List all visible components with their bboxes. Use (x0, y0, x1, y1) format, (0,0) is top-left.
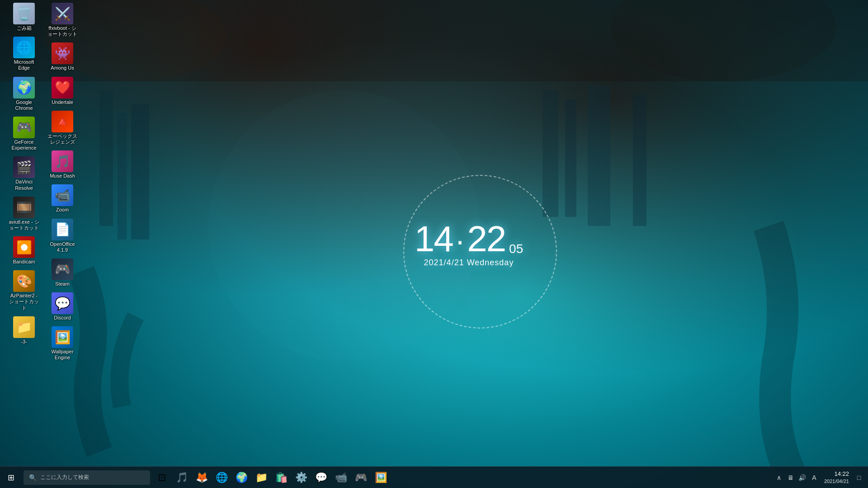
taskbar-clock[interactable]: 14:22 2021/04/21 (821, 467, 853, 488)
taskbar-settings-icon[interactable]: ⚙️ (291, 467, 311, 488)
taskbar-date-display: 2021/04/21 (824, 478, 849, 484)
ffxivboot-icon-label: ffxivboot - ショートカット (46, 25, 79, 37)
taskbar-pinned-apps: 🎵 🦊 🌐 🌍 📁 🛍️ ⚙️ 💬 📹 🎮 🖼️ (172, 467, 391, 488)
task-view-button[interactable]: ⊡ (152, 467, 172, 488)
svg-rect-5 (131, 104, 149, 239)
openoffice-icon-label: OpenOffice 4.1.9 (46, 241, 79, 253)
taskbar-photos-icon[interactable]: 🖼️ (371, 467, 391, 488)
desktop-icon-davinci-resolve[interactable]: 🎬DaVinci Resolve (6, 155, 42, 192)
bandicam-icon-label: Bandicam (13, 259, 35, 265)
desktop-icon-among-us[interactable]: 👾Among Us (44, 41, 80, 73)
clock-seconds: 05 (509, 242, 523, 256)
clock-hour: 14 (415, 218, 453, 260)
notification-button[interactable]: □ (854, 467, 864, 488)
taskbar-geforce-icon[interactable]: 🎮 (351, 467, 371, 488)
microsoft-edge-icon-image: 🌐 (13, 37, 35, 58)
wallpaper-engine-icon-label: Wallpaper Engine (46, 349, 79, 361)
desktop-icon-bandicam[interactable]: ⏺️Bandicam (6, 235, 42, 267)
google-chrome-icon-image: 🌍 (13, 77, 35, 99)
desktop-icon-azpainter2[interactable]: 🎨AzPainter2 - ショートカット (6, 268, 42, 313)
desktop-icons-column-2: ⚔️ffxivboot - ショートカット👾Among Us❤️Undertal… (41, 0, 84, 364)
ffxivboot-icon-image: ⚔️ (52, 3, 73, 24)
muse-dash-icon-label: Muse Dash (50, 173, 75, 179)
tray-chevron[interactable]: ∧ (774, 472, 784, 483)
aviutl-icon-label: aviutl.exe - ショートカット (8, 219, 40, 231)
search-placeholder-text: ここに入力して検索 (40, 474, 89, 481)
recycle-bin-icon-image: 🗑️ (13, 3, 35, 24)
google-chrome-icon-label: Google Chrome (8, 99, 40, 111)
undertale-icon-label: Undertale (52, 99, 73, 105)
windows-logo-icon: ⊞ (8, 473, 14, 483)
taskbar-search-box[interactable]: 🔍 ここに入力して検索 (24, 470, 150, 485)
azpainter2-icon-label: AzPainter2 - ショートカット (8, 293, 40, 311)
taskbar-firefox-icon[interactable]: 🦊 (192, 467, 212, 488)
azpainter2-icon-image: 🎨 (13, 270, 35, 292)
desktop-icon-google-chrome[interactable]: 🌍Google Chrome (6, 75, 42, 113)
geforce-experience-icon-image: 🎮 (13, 117, 35, 138)
svg-rect-8 (588, 86, 610, 226)
desktop-icon-microsoft-edge[interactable]: 🌐Microsoft Edge (6, 35, 42, 73)
desktop-icon-geforce-experience[interactable]: 🎮GeForce Experience (6, 115, 42, 153)
apex-legends-icon-image: 🔺 (52, 111, 73, 132)
desktop-icon-ffxivboot[interactable]: ⚔️ffxivboot - ショートカット (44, 1, 80, 39)
clock-minute: 22 (467, 218, 505, 260)
desktop-icon-wallpaper-engine[interactable]: 🖼️Wallpaper Engine (44, 324, 80, 362)
desktop-icon-apex-legends[interactable]: 🔺エーペックスレジェンズ (44, 109, 80, 147)
start-button[interactable]: ⊞ (0, 467, 22, 488)
folder-icon-image: 📁 (13, 316, 35, 338)
taskbar: ⊞ 🔍 ここに入力して検索 ⊡ 🎵 🦊 🌐 🌍 📁 🛍️ ⚙️ 💬 📹 🎮 🖼️… (0, 466, 868, 488)
apex-legends-icon-label: エーペックスレジェンズ (46, 133, 79, 145)
svg-rect-6 (542, 90, 558, 217)
clock-widget: 14 · 22 05 2021/4/21 Wednesday (415, 218, 524, 267)
taskbar-discord-icon[interactable]: 💬 (311, 467, 331, 488)
among-us-icon-image: 👾 (52, 42, 73, 64)
taskbar-music-icon[interactable]: 🎵 (172, 467, 192, 488)
taskbar-chrome-icon[interactable]: 🌍 (231, 467, 251, 488)
desktop-icon-steam[interactable]: 🎮Steam (44, 257, 80, 289)
taskbar-time-display: 14:22 (834, 470, 849, 478)
recycle-bin-icon-label: ごみ箱 (17, 25, 32, 31)
clock-separator: · (456, 222, 464, 258)
wallpaper-engine-icon-image: 🖼️ (52, 326, 73, 348)
tray-volume[interactable]: 🔊 (797, 472, 808, 483)
geforce-experience-icon-label: GeForce Experience (8, 139, 40, 151)
desktop-icon-zoom[interactable]: 📹Zoom (44, 183, 80, 215)
muse-dash-icon-image: 🎵 (52, 150, 73, 172)
bandicam-icon-image: ⏺️ (13, 236, 35, 258)
desktop-icon-undertale[interactable]: ❤️Undertale (44, 75, 80, 107)
tray-keyboard[interactable]: A (809, 472, 820, 483)
davinci-resolve-icon-image: 🎬 (13, 156, 35, 178)
zoom-icon-image: 📹 (52, 184, 73, 206)
desktop-icons-area: 🗑️ごみ箱🌐Microsoft Edge🌍Google Chrome🎮GeFor… (0, 0, 81, 434)
openoffice-icon-image: 📄 (52, 219, 73, 240)
search-icon: 🔍 (29, 474, 37, 481)
taskbar-explorer-icon[interactable]: 📁 (251, 467, 271, 488)
svg-rect-9 (633, 95, 646, 226)
svg-rect-4 (118, 113, 127, 239)
taskbar-zoom-icon[interactable]: 📹 (331, 467, 351, 488)
steam-icon-image: 🎮 (52, 258, 73, 280)
desktop-icon-muse-dash[interactable]: 🎵Muse Dash (44, 149, 80, 181)
undertale-icon-image: ❤️ (52, 77, 73, 99)
taskbar-edge-icon[interactable]: 🌐 (212, 467, 231, 488)
desktop-icon-aviutl[interactable]: 🎞️aviutl.exe - ショートカット (6, 195, 42, 233)
desktop-icons-column-1: 🗑️ごみ箱🌐Microsoft Edge🌍Google Chrome🎮GeFor… (2, 0, 46, 347)
tray-network[interactable]: 🖥 (785, 472, 796, 483)
microsoft-edge-icon-label: Microsoft Edge (8, 59, 40, 71)
steam-icon-label: Steam (55, 281, 70, 287)
zoom-icon-label: Zoom (56, 207, 69, 213)
folder-icon-label: -3- (21, 339, 27, 345)
discord-icon-label: Discord (54, 315, 71, 321)
aviutl-icon-image: 🎞️ (13, 197, 35, 218)
desktop-icon-recycle-bin[interactable]: 🗑️ごみ箱 (6, 1, 42, 33)
taskbar-store-icon[interactable]: 🛍️ (271, 467, 291, 488)
notification-icon: □ (857, 474, 861, 481)
taskbar-tray: ∧ 🖥 🔊 A 14:22 2021/04/21 □ (770, 467, 868, 488)
desktop-icon-openoffice[interactable]: 📄OpenOffice 4.1.9 (44, 217, 80, 255)
clock-date: 2021/4/21 Wednesday (415, 258, 524, 267)
desktop-icon-folder[interactable]: 📁-3- (6, 314, 42, 347)
system-tray: ∧ 🖥 🔊 A (774, 472, 820, 483)
svg-rect-3 (99, 90, 113, 226)
task-view-icon: ⊡ (158, 472, 166, 483)
desktop-icon-discord[interactable]: 💬Discord (44, 291, 80, 323)
